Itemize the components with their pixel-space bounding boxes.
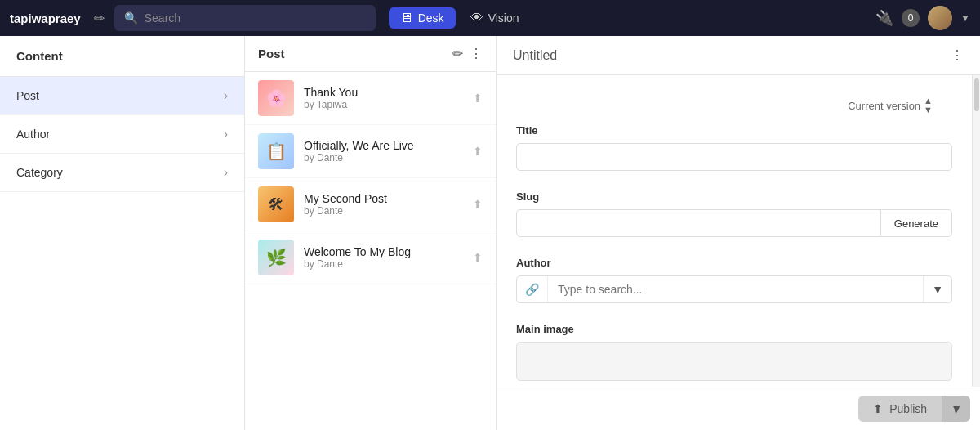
sidebar-item-category[interactable]: Category › — [0, 154, 244, 192]
sidebar-item-post[interactable]: Post › — [0, 77, 244, 115]
post-author: by Dante — [304, 258, 463, 270]
right-header-actions: ⋮ — [951, 47, 964, 63]
main-layout: Content Post › Author › Category › Post … — [0, 36, 980, 430]
dropdown-arrow-icon[interactable]: ▼ — [923, 276, 951, 302]
sidebar-header: Content — [0, 36, 244, 77]
post-title: My Second Post — [304, 192, 463, 205]
brand-name: tapiwapraey — [10, 11, 81, 25]
avatar-image — [928, 6, 952, 30]
chevron-right-icon: › — [224, 127, 228, 141]
publish-button[interactable]: ⬆ Publish — [858, 396, 942, 422]
title-field-group: Title — [516, 124, 952, 171]
upload-icon[interactable]: ⬆ — [473, 198, 483, 211]
notification-badge[interactable]: 0 — [902, 9, 920, 27]
list-item[interactable]: 🌿 Welcome To My Blog by Dante ⬆ — [245, 231, 496, 284]
author-label: Author — [516, 257, 952, 269]
chevron-down-icon[interactable]: ▼ — [960, 12, 970, 24]
sidebar-item-author[interactable]: Author › — [0, 115, 244, 154]
topnav-right: 🔌 0 ▼ — [875, 6, 970, 30]
editor-scroll-area: Current version ▲▼ Title Slug Generate — [497, 75, 972, 387]
author-field-group: Author 🔗 ▼ — [516, 257, 952, 303]
more-icon[interactable]: ⋮ — [470, 46, 483, 61]
edit-icon[interactable]: ✏ — [94, 11, 105, 26]
post-title: Officially, We Are Live — [304, 139, 463, 152]
topnav: tapiwapraey ✏ 🔍 🖥 Desk 👁 Vision 🔌 0 ▼ — [0, 0, 980, 36]
right-header: Untitled ⋮ — [497, 36, 980, 75]
tab-desk[interactable]: 🖥 Desk — [389, 7, 456, 29]
middle-header-actions: ✏ ⋮ — [452, 46, 483, 61]
slug-row: Generate — [516, 209, 952, 237]
chevron-right-icon: › — [224, 165, 228, 180]
main-image-input[interactable] — [516, 342, 952, 381]
generate-button[interactable]: Generate — [881, 209, 952, 237]
right-panel: Untitled ⋮ Current version ▲▼ Title — [497, 36, 980, 430]
middle-header: Post ✏ ⋮ — [245, 36, 496, 72]
middle-panel: Post ✏ ⋮ 🌸 Thank You by Tapiwa ⬆ 📋 Offic… — [245, 36, 497, 430]
post-author: by Dante — [304, 205, 463, 217]
bottom-bar: ⬆ Publish ▼ — [497, 387, 980, 430]
post-info: Welcome To My Blog by Dante — [304, 245, 463, 270]
document-title: Untitled — [513, 48, 557, 63]
post-author: by Tapiwa — [304, 99, 463, 110]
compose-icon[interactable]: ✏ — [452, 46, 463, 61]
post-title: Welcome To My Blog — [304, 245, 463, 258]
slug-label: Slug — [516, 190, 952, 203]
plugin-icon[interactable]: 🔌 — [875, 9, 893, 27]
search-bar[interactable]: 🔍 — [114, 5, 376, 31]
post-author: by Dante — [304, 152, 463, 163]
main-image-label: Main image — [516, 323, 952, 335]
scrollbar-track[interactable] — [972, 75, 980, 387]
upload-icon[interactable]: ⬆ — [473, 92, 483, 105]
title-input[interactable] — [516, 143, 952, 171]
middle-header-title: Post — [258, 47, 285, 60]
list-item[interactable]: 🌸 Thank You by Tapiwa ⬆ — [245, 72, 496, 125]
post-info: Thank You by Tapiwa — [304, 86, 463, 110]
vision-icon: 👁 — [470, 11, 483, 25]
upload-icon[interactable]: ⬆ — [473, 145, 483, 158]
publish-button-group: ⬆ Publish ▼ — [858, 396, 970, 422]
post-info: Officially, We Are Live by Dante — [304, 139, 463, 163]
post-list: 🌸 Thank You by Tapiwa ⬆ 📋 Officially, We… — [245, 72, 496, 430]
author-search-input[interactable] — [548, 276, 923, 302]
more-options-icon[interactable]: ⋮ — [951, 47, 964, 63]
post-thumbnail: 🌸 — [258, 80, 294, 116]
post-title: Thank You — [304, 86, 463, 99]
search-icon: 🔍 — [124, 11, 138, 25]
title-label: Title — [516, 124, 952, 137]
tab-vision[interactable]: 👁 Vision — [459, 7, 531, 29]
publish-icon: ⬆ — [873, 402, 883, 415]
post-thumbnail: 🛠 — [258, 186, 294, 222]
scrollbar-thumb[interactable] — [974, 78, 979, 111]
sidebar: Content Post › Author › Category › — [0, 36, 245, 430]
main-image-field-group: Main image — [516, 323, 952, 381]
list-item[interactable]: 🛠 My Second Post by Dante ⬆ — [245, 178, 496, 231]
chevron-right-icon: › — [224, 88, 228, 103]
right-content: Current version ▲▼ Title Slug Generate — [497, 75, 980, 387]
author-row: 🔗 ▼ — [516, 275, 952, 303]
version-label: Current version — [848, 100, 920, 112]
slug-field-group: Slug Generate — [516, 190, 952, 237]
avatar[interactable] — [928, 6, 952, 30]
post-thumbnail: 🌿 — [258, 240, 294, 275]
desk-icon: 🖥 — [400, 11, 413, 25]
version-bar: Current version ▲▼ — [516, 92, 952, 124]
topnav-tabs: 🖥 Desk 👁 Vision — [389, 7, 531, 29]
search-input[interactable] — [145, 11, 366, 25]
post-thumbnail: 📋 — [258, 133, 294, 169]
slug-input[interactable] — [516, 209, 881, 237]
link-icon: 🔗 — [517, 276, 548, 302]
post-info: My Second Post by Dante — [304, 192, 463, 217]
upload-icon[interactable]: ⬆ — [473, 251, 483, 264]
version-toggle-icon[interactable]: ▲▼ — [924, 96, 933, 114]
list-item[interactable]: 📋 Officially, We Are Live by Dante ⬆ — [245, 125, 496, 178]
publish-dropdown-button[interactable]: ▼ — [942, 396, 970, 422]
